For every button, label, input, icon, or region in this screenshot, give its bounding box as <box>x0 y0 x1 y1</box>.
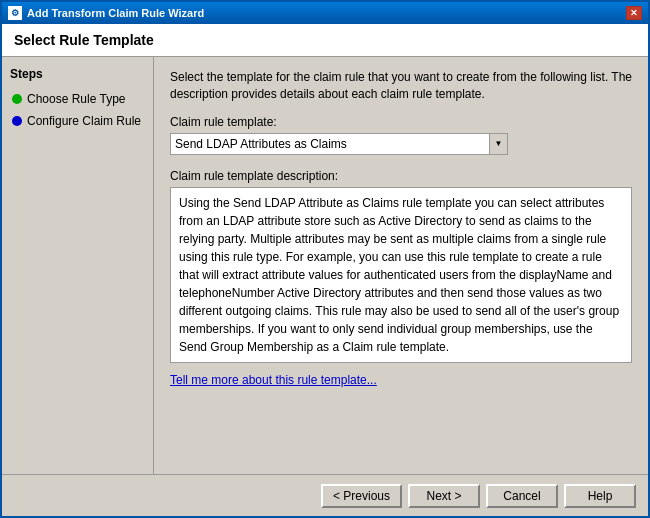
content-area: Select the template for the claim rule t… <box>154 57 648 474</box>
dropdown-arrow-button[interactable]: ▼ <box>490 133 508 155</box>
page-title-bar: Select Rule Template <box>2 24 648 57</box>
dropdown-container: Send LDAP Attributes as Claims ▼ <box>170 133 632 155</box>
close-button[interactable]: ✕ <box>626 6 642 20</box>
template-description-text: Using the Send LDAP Attribute as Claims … <box>179 196 619 354</box>
cancel-button[interactable]: Cancel <box>486 484 558 508</box>
claim-rule-template-label: Claim rule template: <box>170 115 632 129</box>
sidebar-item-choose-rule-type[interactable]: Choose Rule Type <box>10 91 145 107</box>
help-button[interactable]: Help <box>564 484 636 508</box>
content-description: Select the template for the claim rule t… <box>170 69 632 103</box>
sidebar-dot-active <box>12 94 22 104</box>
claim-rule-template-select[interactable]: Send LDAP Attributes as Claims <box>170 133 490 155</box>
sidebar-item-configure-claim-rule[interactable]: Configure Claim Rule <box>10 113 145 129</box>
title-bar-left: ⚙ Add Transform Claim Rule Wizard <box>8 6 204 20</box>
wizard-window: ⚙ Add Transform Claim Rule Wizard ✕ Sele… <box>0 0 650 518</box>
sidebar-title: Steps <box>10 67 145 81</box>
sidebar-item-label-choose: Choose Rule Type <box>27 92 126 106</box>
sidebar: Steps Choose Rule Type Configure Claim R… <box>2 57 154 474</box>
page-title: Select Rule Template <box>14 32 636 48</box>
template-description-label: Claim rule template description: <box>170 169 632 183</box>
sidebar-dot-inactive <box>12 116 22 126</box>
footer: < Previous Next > Cancel Help <box>2 474 648 516</box>
previous-button[interactable]: < Previous <box>321 484 402 508</box>
wizard-icon: ⚙ <box>8 6 22 20</box>
learn-more-link[interactable]: Tell me more about this rule template... <box>170 373 377 387</box>
next-button[interactable]: Next > <box>408 484 480 508</box>
main-content: Steps Choose Rule Type Configure Claim R… <box>2 57 648 474</box>
title-bar-text: Add Transform Claim Rule Wizard <box>27 7 204 19</box>
template-description-box: Using the Send LDAP Attribute as Claims … <box>170 187 632 363</box>
title-bar: ⚙ Add Transform Claim Rule Wizard ✕ <box>2 2 648 24</box>
sidebar-item-label-configure: Configure Claim Rule <box>27 114 141 128</box>
